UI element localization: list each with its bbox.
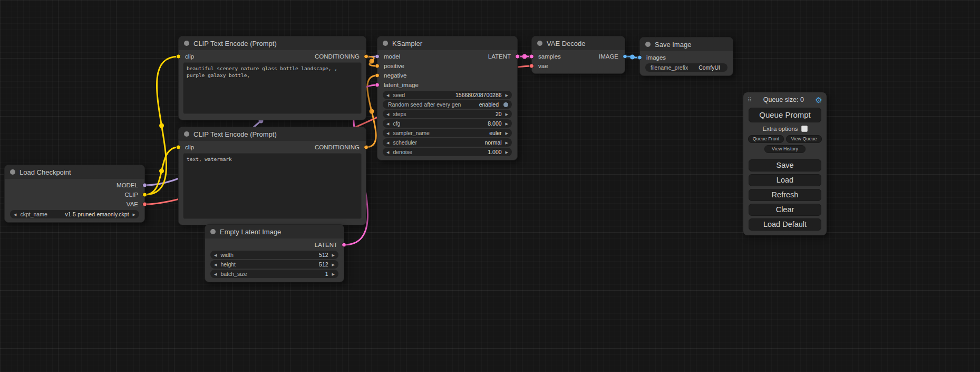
height-number-widget[interactable]: ◀ height 512 ▶ [210,260,338,269]
settings-gear-icon[interactable]: ⚙ [816,96,822,104]
link-wire[interactable] [145,147,179,195]
decrement-arrow-icon[interactable]: ◀ [386,93,389,97]
link-midpoint-dot[interactable] [159,169,164,174]
input-port-negative[interactable] [375,73,380,78]
input-port-clip[interactable] [176,54,181,59]
output-label: CONDITIONING [315,144,360,150]
node-clip-text-encode-negative[interactable]: CLIP Text Encode (Prompt) clip CONDITION… [178,127,366,225]
collapse-dot-icon[interactable] [645,42,651,47]
increment-arrow-icon[interactable]: ▶ [332,263,335,266]
node-save-image[interactable]: Save Image images filename_prefix ComfyU… [639,37,733,76]
increment-arrow-icon[interactable]: ▶ [506,122,508,126]
node-ksampler[interactable]: KSampler model LATENT positive negative … [377,36,518,160]
output-port-latent[interactable] [342,243,346,247]
link-midpoint-dot[interactable] [522,54,527,59]
view-history-button[interactable]: View History [764,145,806,153]
node-title-bar[interactable]: CLIP Text Encode (Prompt) [179,36,366,50]
width-number-widget[interactable]: ◀ width 512 ▶ [210,251,338,259]
increment-arrow-icon[interactable]: ▶ [506,131,508,135]
link-midpoint-dot[interactable] [159,123,164,128]
link-wire[interactable] [145,56,179,195]
increment-arrow-icon[interactable]: ▶ [133,213,135,216]
input-port-vae[interactable] [529,64,534,69]
queue-size-label: Queue size: 0 [763,96,804,103]
link-midpoint-dot[interactable] [370,109,374,114]
seed-number-widget[interactable]: ◀ seed 156680208700286 ▶ [383,91,512,99]
menu-drag-handle-icon[interactable]: ⠿ [748,97,752,103]
input-port-model[interactable] [375,54,380,59]
refresh-button[interactable]: Refresh [749,189,821,201]
decrement-arrow-icon[interactable]: ◀ [214,263,217,266]
decrement-arrow-icon[interactable]: ◀ [386,150,389,154]
queue-front-button[interactable]: Queue Front [748,135,784,143]
increment-arrow-icon[interactable]: ▶ [506,150,508,154]
sampler-name-combo-widget[interactable]: ◀ sampler_name euler ▶ [383,129,512,137]
input-port-latent-image[interactable] [375,83,380,88]
link-midpoint-dot[interactable] [370,59,374,64]
node-title-bar[interactable]: KSampler [377,36,517,50]
input-port-images[interactable] [637,55,642,60]
node-load-checkpoint[interactable]: Load Checkpoint MODEL CLIP VAE ◀ ckpt_na… [4,165,145,223]
decrement-arrow-icon[interactable]: ◀ [386,122,389,126]
graph-canvas[interactable]: Load Checkpoint MODEL CLIP VAE ◀ ckpt_na… [0,0,980,372]
collapse-dot-icon[interactable] [10,169,15,175]
output-port-conditioning[interactable] [364,145,368,150]
input-port-positive[interactable] [375,64,380,69]
decrement-arrow-icon[interactable]: ◀ [386,141,389,145]
load-button[interactable]: Load [749,174,821,186]
clear-button[interactable]: Clear [749,204,821,216]
node-title-bar[interactable]: Empty Latent Image [205,225,344,239]
prompt-textarea[interactable]: beautiful scenery nature glass bottle la… [183,62,362,114]
input-slot-positive: positive [377,61,517,71]
node-title-bar[interactable]: CLIP Text Encode (Prompt) [179,127,366,141]
increment-arrow-icon[interactable]: ▶ [332,253,335,257]
decrement-arrow-icon[interactable]: ◀ [214,272,217,276]
toggle-indicator-icon[interactable] [503,102,508,107]
steps-number-widget[interactable]: ◀ steps 20 ▶ [383,110,512,118]
output-port-conditioning[interactable] [364,54,368,59]
collapse-dot-icon[interactable] [383,41,388,46]
node-empty-latent-image[interactable]: Empty Latent Image LATENT ◀ width 512 ▶ … [205,224,344,282]
scheduler-combo-widget[interactable]: ◀ scheduler normal ▶ [383,138,512,147]
collapse-dot-icon[interactable] [210,229,216,234]
input-port-clip[interactable] [176,145,181,150]
random-seed-toggle-widget[interactable]: Random seed after every gen enabled [383,100,512,109]
node-clip-text-encode-positive[interactable]: CLIP Text Encode (Prompt) clip CONDITION… [178,36,366,120]
load-default-button[interactable]: Load Default [749,218,821,231]
widget-label: width [220,252,234,258]
collapse-dot-icon[interactable] [184,131,189,137]
prompt-textarea[interactable]: text, watermark [183,153,362,219]
decrement-arrow-icon[interactable]: ◀ [386,112,389,116]
increment-arrow-icon[interactable]: ▶ [506,112,508,116]
decrement-arrow-icon[interactable]: ◀ [386,131,389,135]
extra-options-checkbox[interactable] [801,126,808,132]
queue-prompt-button[interactable]: Queue Prompt [749,108,821,122]
input-port-samples[interactable] [529,54,534,59]
node-title-bar[interactable]: Load Checkpoint [5,165,144,179]
view-queue-button[interactable]: View Queue [786,135,822,143]
filename-prefix-text-widget[interactable]: filename_prefix ComfyUI [645,63,727,72]
ckpt-name-combo-widget[interactable]: ◀ ckpt_name v1-5-pruned-emaonly.ckpt ▶ [10,210,139,218]
output-port-clip[interactable] [142,193,147,197]
output-port-image[interactable] [623,54,627,59]
link-midpoint-dot[interactable] [630,55,635,60]
collapse-dot-icon[interactable] [184,41,189,46]
save-button[interactable]: Save [749,159,821,171]
cfg-number-widget[interactable]: ◀ cfg 8.000 ▶ [383,119,512,128]
widget-value: 1 [325,271,328,277]
increment-arrow-icon[interactable]: ▶ [506,141,508,145]
increment-arrow-icon[interactable]: ▶ [332,272,335,276]
increment-arrow-icon[interactable]: ▶ [506,93,508,97]
node-title-bar[interactable]: VAE Decode [532,36,625,50]
batch-size-number-widget[interactable]: ◀ batch_size 1 ▶ [210,270,338,278]
decrement-arrow-icon[interactable]: ◀ [214,253,217,257]
collapse-dot-icon[interactable] [537,41,542,46]
denoise-number-widget[interactable]: ◀ denoise 1.000 ▶ [383,148,512,156]
output-port-vae[interactable] [142,202,147,207]
node-title-bar[interactable]: Save Image [640,37,733,51]
output-port-latent[interactable] [515,54,520,59]
node-vae-decode[interactable]: VAE Decode samples IMAGE vae [531,36,625,74]
decrement-arrow-icon[interactable]: ◀ [14,213,16,216]
extra-options-label: Extra options [762,126,798,132]
output-port-model[interactable] [142,183,147,188]
